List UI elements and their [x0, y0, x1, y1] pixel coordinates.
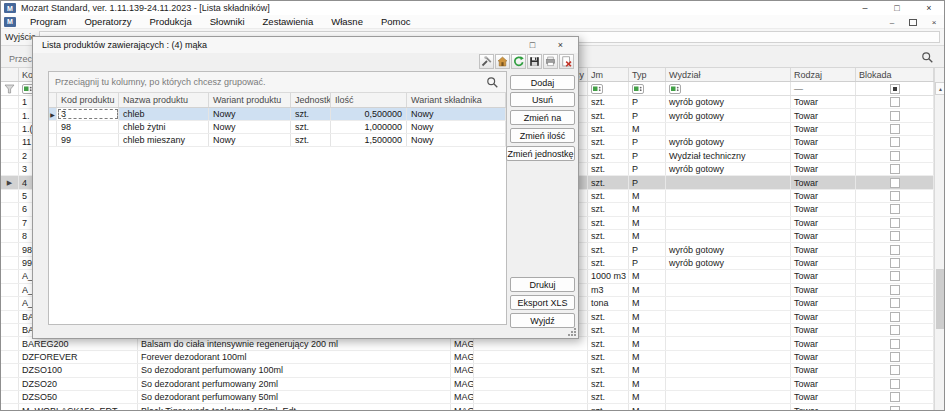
header-jednostka[interactable]: Jednostka — [291, 93, 331, 107]
cell-wydzial[interactable] — [666, 230, 791, 242]
mdi-restore-button[interactable] — [906, 17, 920, 27]
resize-grip[interactable] — [568, 328, 576, 336]
cell-jm[interactable]: szt. — [588, 217, 629, 229]
cell-rodzaj[interactable]: Towar — [791, 351, 856, 363]
cell-wariant-produktu[interactable]: Nowy — [209, 108, 291, 120]
cell-wydzial[interactable] — [666, 391, 791, 403]
blokada-checkbox[interactable] — [890, 352, 900, 362]
cell-wydzial[interactable] — [666, 217, 791, 229]
cell-blokada[interactable] — [856, 123, 934, 135]
cell-typ[interactable]: M — [629, 324, 666, 336]
cell-blokada[interactable] — [856, 136, 934, 148]
cell-wydzial[interactable] — [666, 311, 791, 323]
cell-blokada[interactable] — [856, 150, 934, 162]
cell-typ[interactable]: M — [629, 391, 666, 403]
mdi-minimize-button[interactable]: – — [885, 17, 899, 27]
blokada-checkbox[interactable] — [890, 285, 900, 295]
cell-jm[interactable]: tona — [588, 297, 629, 309]
cell-blokada[interactable] — [856, 270, 934, 282]
cell-typ[interactable]: M — [629, 284, 666, 296]
cell-wydzial[interactable] — [666, 297, 791, 309]
export-icon[interactable] — [559, 54, 574, 69]
cell-wariant-produktu[interactable]: Nowy — [209, 121, 291, 133]
cell-wariant-skladnika[interactable]: Nowy — [407, 134, 506, 146]
cell-wydzial[interactable]: wyrób gotowy — [666, 257, 791, 269]
blokada-checkbox[interactable] — [890, 111, 900, 121]
cell-jm[interactable]: m3 — [588, 284, 629, 296]
cell-wydzial[interactable]: wyrób gotowy — [666, 96, 791, 108]
blokada-checkbox[interactable] — [890, 379, 900, 389]
cell-wydzial[interactable]: Wydział techniczny — [666, 150, 791, 162]
blokada-checkbox[interactable] — [890, 298, 900, 308]
save-icon[interactable] — [527, 54, 542, 69]
cell-nazwa[interactable]: So dezodorant perfumowany 20ml — [138, 378, 451, 390]
cell-typ[interactable]: M — [629, 404, 666, 411]
wyjdz-button[interactable]: Wyjdź — [510, 313, 575, 328]
cell-jm[interactable]: szt. — [588, 378, 629, 390]
cell-wydzial[interactable] — [666, 190, 791, 202]
cell-blokada[interactable] — [856, 243, 934, 255]
header-wariant-skladnika[interactable]: Wariant składnika — [407, 93, 506, 107]
cell-jednostka[interactable]: szt. — [291, 121, 331, 133]
eksport-xls-button[interactable]: Eksport XLS — [510, 295, 575, 310]
search-icon[interactable] — [921, 51, 934, 64]
cell-magazyn[interactable]: MAG — [451, 378, 474, 390]
cell-jm[interactable]: szt. — [588, 364, 629, 376]
cell-jm[interactable]: szt. — [588, 257, 629, 269]
maximize-button[interactable]: □ — [884, 2, 910, 14]
cell-rodzaj[interactable]: Towar — [791, 404, 856, 411]
cell-blokada[interactable] — [856, 297, 934, 309]
cell-magazyn[interactable]: MAG — [451, 404, 474, 411]
tools-icon[interactable] — [479, 54, 494, 69]
cell-jm[interactable]: szt. — [588, 404, 629, 411]
main-table-row[interactable]: M_WOBLACK150_EDTBlack Tiger woda toaleto… — [1, 404, 934, 411]
mdi-child-icon[interactable]: M — [4, 17, 16, 27]
blokada-checkbox[interactable] — [890, 137, 900, 147]
cell-jm[interactable]: szt. — [588, 337, 629, 349]
cell-blokada[interactable] — [856, 96, 934, 108]
cell-blokada[interactable] — [856, 337, 934, 349]
scrollbar-thumb[interactable] — [936, 269, 945, 329]
cell-wydzial[interactable] — [666, 324, 791, 336]
cell-typ[interactable]: M — [629, 311, 666, 323]
cell-blokada[interactable] — [856, 311, 934, 323]
cell-rodzaj[interactable]: Towar — [791, 109, 856, 121]
dialog-table-row[interactable]: ▶3chlebNowyszt.0,500000Nowy — [49, 108, 506, 121]
cell-ilosc[interactable]: 1,500000 — [331, 134, 407, 146]
header-blokada[interactable]: Blokada — [856, 68, 934, 81]
cell-rodzaj[interactable]: Towar — [791, 163, 856, 175]
blokada-checkbox[interactable] — [890, 231, 900, 241]
blokada-filter-checkbox[interactable] — [890, 84, 900, 94]
filter-funnel-icon[interactable] — [1, 82, 19, 95]
vertical-scrollbar[interactable]: ▲ — [934, 68, 945, 410]
cell-rodzaj[interactable]: Towar — [791, 230, 856, 242]
cell-wariant-skladnika[interactable]: Nowy — [407, 121, 506, 133]
cell-blokada[interactable] — [856, 284, 934, 296]
blokada-checkbox[interactable] — [890, 204, 900, 214]
dodaj-button[interactable]: Dodaj — [510, 75, 575, 90]
blokada-checkbox[interactable] — [890, 124, 900, 134]
cell-nazwa[interactable]: Forever dezodorant 100ml — [138, 351, 451, 363]
cell-kod[interactable]: DZSO100 — [19, 364, 138, 376]
cell-blokada[interactable] — [856, 163, 934, 175]
cell-typ[interactable]: P — [629, 150, 666, 162]
cell-jm[interactable]: szt. — [588, 243, 629, 255]
cell-wydzial[interactable]: wyrób gotowy — [666, 136, 791, 148]
cell-wydzial[interactable]: wyrób gotowy — [666, 243, 791, 255]
cell-kod-produktu[interactable]: 99 — [57, 134, 119, 146]
cell-jm[interactable]: szt. — [588, 230, 629, 242]
cell-rodzaj[interactable]: Towar — [791, 391, 856, 403]
cell-rodzaj[interactable]: Towar — [791, 297, 856, 309]
cell-rodzaj[interactable]: Towar — [791, 217, 856, 229]
cell-typ[interactable]: P — [629, 176, 666, 188]
cell-partial[interactable] — [474, 337, 588, 349]
header-jm[interactable]: Jm — [588, 68, 629, 81]
cell-kod[interactable]: DZSO20 — [19, 378, 138, 390]
cell-partial[interactable] — [474, 378, 588, 390]
cell-typ[interactable]: M — [629, 270, 666, 282]
main-table-row[interactable]: DZSO50So dezodorant perfumowany 50mlMAGs… — [1, 391, 934, 404]
cell-wydzial[interactable] — [666, 364, 791, 376]
cell-jednostka[interactable]: szt. — [291, 134, 331, 146]
cell-jm[interactable]: 1000 m3 — [588, 270, 629, 282]
cell-blokada[interactable] — [856, 324, 934, 336]
